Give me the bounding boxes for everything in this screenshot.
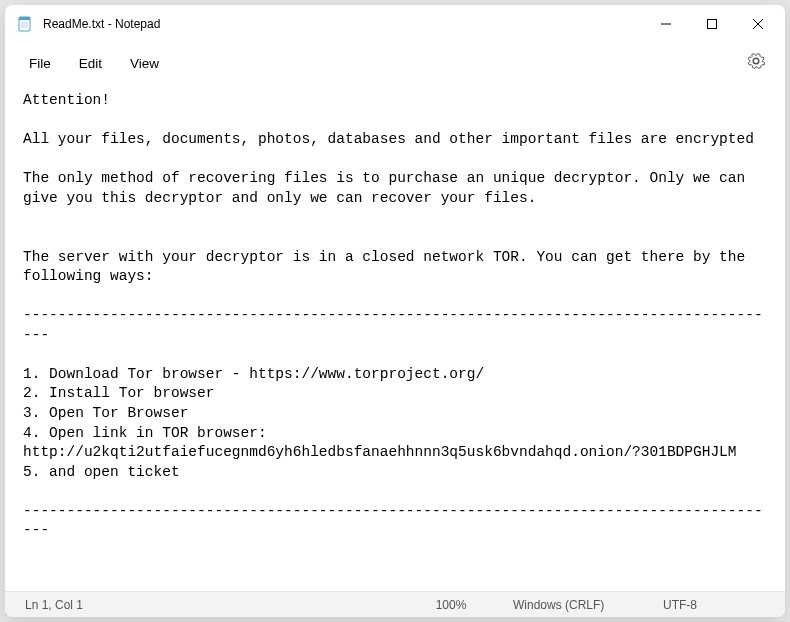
window-title: ReadMe.txt - Notepad	[43, 17, 643, 31]
close-button[interactable]	[735, 5, 781, 43]
gear-icon	[747, 52, 765, 70]
status-line-ending: Windows (CRLF)	[501, 598, 651, 612]
text-editor[interactable]: Attention! All your files, documents, ph…	[5, 83, 785, 591]
status-position: Ln 1, Col 1	[9, 598, 95, 612]
status-encoding: UTF-8	[651, 598, 781, 612]
notepad-icon	[17, 16, 33, 32]
menu-file[interactable]: File	[15, 50, 65, 77]
minimize-button[interactable]	[643, 5, 689, 43]
svg-rect-1	[19, 17, 30, 20]
notepad-window: ReadMe.txt - Notepad File Edit View Atte…	[5, 5, 785, 617]
status-zoom: 100%	[401, 598, 501, 612]
titlebar[interactable]: ReadMe.txt - Notepad	[5, 5, 785, 43]
menubar: File Edit View	[5, 43, 785, 83]
maximize-button[interactable]	[689, 5, 735, 43]
settings-button[interactable]	[737, 46, 775, 80]
svg-rect-6	[708, 20, 717, 29]
menu-edit[interactable]: Edit	[65, 50, 116, 77]
statusbar: Ln 1, Col 1 100% Windows (CRLF) UTF-8	[5, 591, 785, 617]
menu-view[interactable]: View	[116, 50, 173, 77]
window-controls	[643, 5, 781, 43]
